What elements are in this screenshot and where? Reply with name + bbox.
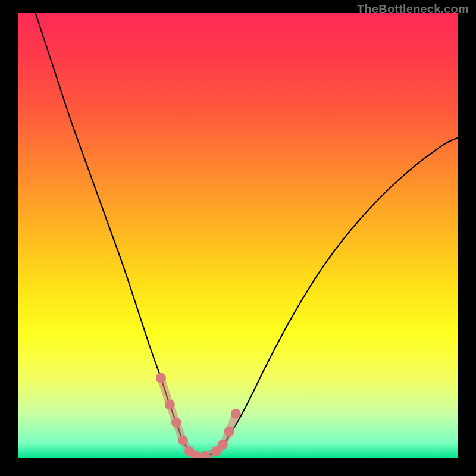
- gradient-background: [18, 13, 458, 458]
- marker-point: [178, 436, 188, 446]
- marker-point: [231, 409, 241, 419]
- marker-point: [218, 440, 228, 450]
- chart-svg: [18, 13, 458, 458]
- marker-point: [171, 418, 181, 428]
- marker-point: [224, 427, 234, 437]
- marker-point: [156, 373, 166, 383]
- plot-area: [18, 13, 458, 458]
- chart-bg: TheBottleneck.com: [0, 0, 476, 476]
- marker-point: [165, 400, 175, 410]
